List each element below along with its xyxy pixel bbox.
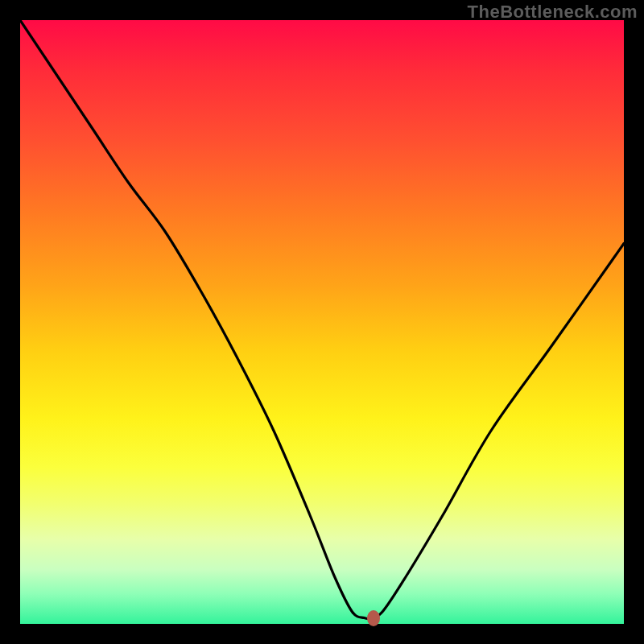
- chart-frame: TheBottleneck.com: [0, 0, 644, 644]
- optimal-point-marker: [367, 610, 380, 626]
- bottleneck-curve: [20, 20, 624, 624]
- curve-path: [20, 20, 624, 618]
- plot-area: [20, 20, 624, 624]
- watermark-text: TheBottleneck.com: [468, 2, 638, 23]
